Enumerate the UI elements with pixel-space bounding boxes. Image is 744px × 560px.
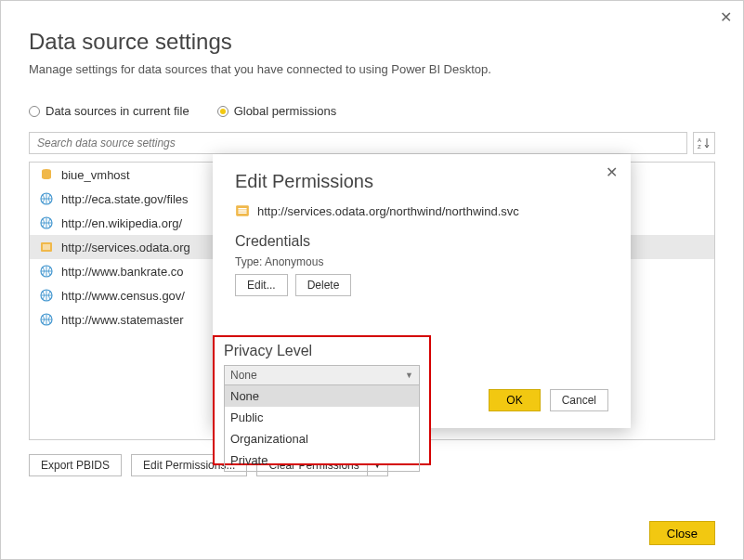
privacy-selected: None [230,369,257,382]
dialog-footer: OK Cancel [489,389,608,411]
sort-button[interactable]: A Z [693,132,715,154]
radio-icon-selected [217,106,228,117]
radio-global-permissions[interactable]: Global permissions [217,104,337,118]
list-item-label: http://services.odata.org [61,241,190,254]
svg-text:Z: Z [698,144,701,150]
search-row: A Z [29,132,715,154]
close-button[interactable]: Close [649,521,715,545]
odata-icon [235,203,250,218]
delete-credentials-button[interactable]: Delete [295,274,352,296]
credentials-buttons: Edit... Delete [235,274,608,296]
data-source-row: http://services.odata.org/northwind/nort… [235,203,608,218]
globe-icon [39,191,54,206]
list-item-label: http://www.census.gov/ [61,289,185,303]
list-item-label: http://www.statemaster [61,313,184,327]
odata-icon [39,240,54,254]
privacy-option-private[interactable]: Private [225,449,419,471]
svg-text:A: A [698,137,701,143]
search-input[interactable] [29,132,687,154]
list-item-label: biue_vmhost [61,168,130,182]
database-icon [39,167,54,182]
radio-current-file[interactable]: Data sources in current file [29,104,189,118]
globe-icon [39,312,54,327]
globe-icon [39,264,54,279]
credentials-type: Type: Anonymous [235,255,608,268]
edit-credentials-button[interactable]: Edit... [235,274,288,296]
dialog-close-icon[interactable]: ✕ [606,163,618,181]
list-item-label: http://www.bankrate.co [61,265,184,279]
globe-icon [39,215,54,230]
ok-button[interactable]: OK [489,389,540,411]
sort-az-icon: A Z [698,137,711,150]
credentials-heading: Credentials [235,233,608,250]
dialog-title: Edit Permissions [235,171,608,192]
privacy-level-section: Privacy Level None ▼ None Public Organiz… [213,335,431,465]
privacy-option-public[interactable]: Public [225,407,419,428]
data-source-url: http://services.odata.org/northwind/nort… [257,204,519,218]
radio-icon [29,106,40,117]
privacy-option-none[interactable]: None [225,385,419,407]
globe-icon [39,288,54,303]
radio-label: Global permissions [234,104,337,118]
window-close-icon[interactable]: ✕ [720,8,732,26]
dialog-close-row: Close [649,521,715,545]
privacy-option-organizational[interactable]: Organizational [225,428,419,449]
page-subtitle: Manage settings for data sources that yo… [29,62,715,76]
cancel-button[interactable]: Cancel [550,389,608,411]
scope-radio-group: Data sources in current file Global perm… [29,104,715,118]
list-item-label: http://en.wikipedia.org/ [61,216,182,230]
chevron-down-icon: ▼ [405,371,413,380]
privacy-level-dropdown[interactable]: None ▼ [224,365,420,385]
privacy-dropdown-list: None Public Organizational Private [224,385,420,472]
export-pbids-button[interactable]: Export PBIDS [29,454,122,476]
radio-label: Data sources in current file [46,104,189,118]
page-title: Data source settings [29,29,715,55]
privacy-heading: Privacy Level [224,343,420,359]
list-item-label: http://eca.state.gov/files [61,192,189,206]
